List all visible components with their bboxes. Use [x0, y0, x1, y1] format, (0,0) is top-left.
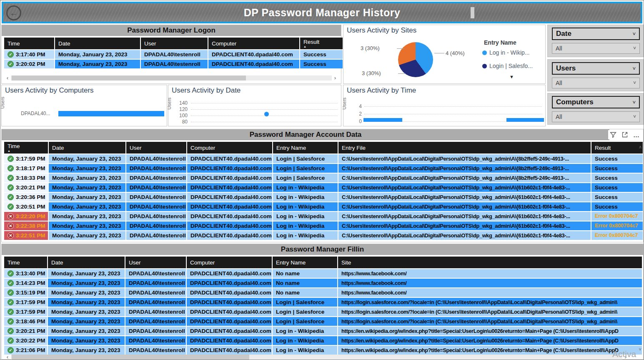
fillin-row[interactable]: ✓3:20:22 PMMonday, January 23, 2023DPADA…: [4, 336, 643, 345]
account-row[interactable]: ✓3:17:59 PMMonday, January 23, 2023DPADA…: [4, 154, 643, 163]
time-value: 3:20:36 PM: [16, 193, 45, 201]
date-cell: Monday, January 23, 2023: [48, 269, 125, 278]
time-cell: ✓3:17:40 PM: [4, 50, 54, 59]
result-cell: Success: [591, 183, 643, 192]
ytick: 2: [351, 111, 362, 117]
logon-scroll-thumb[interactable]: [12, 76, 246, 81]
scroll-left-icon[interactable]: ‹: [4, 354, 11, 360]
logon-col-result[interactable]: Result▲: [300, 38, 343, 49]
more-options-icon[interactable]: …: [632, 131, 641, 139]
slicer-users: Users ˅ All ˅: [547, 59, 644, 91]
fillin-hscrollbar[interactable]: ‹ ›: [4, 354, 629, 360]
scroll-down-icon[interactable]: ˅: [639, 347, 641, 352]
legend-label: Log in - Wikip...: [489, 49, 529, 56]
account-row[interactable]: ✕3:22:38 PMMonday, January 23, 2023DPADA…: [4, 222, 643, 230]
fillin-row[interactable]: ✓3:15:19 PMMonday, January 23, 2023DPADA…: [4, 288, 643, 297]
time-chart-title: Users Activity by Time: [347, 86, 416, 95]
slicer-computers-dropdown[interactable]: All ˅: [552, 111, 640, 122]
legend-item-salesforce[interactable]: Login | Salesfo...: [482, 63, 533, 69]
logon-table: TimeDateUserComputerResult▲ ✓3:17:40 PMM…: [2, 36, 341, 68]
fillin-row[interactable]: ✓3:14:23 PMMonday, January 23, 2023DPADA…: [4, 279, 643, 287]
fillin-row[interactable]: ✓3:13:40 PMMonday, January 23, 2023DPADA…: [4, 269, 643, 278]
account-col-date[interactable]: Date: [49, 142, 125, 154]
ytick: 0: [351, 118, 362, 124]
logon-scroll-track[interactable]: [11, 76, 332, 81]
legend-item-wikipedia[interactable]: Log in - Wikip...: [482, 49, 529, 56]
time-bar-right[interactable]: [506, 118, 544, 122]
account-row[interactable]: ✕3:22:51 PMMonday, January 23, 2023DPADA…: [4, 231, 643, 240]
logon-hscrollbar[interactable]: ‹ ›: [4, 75, 338, 81]
user-cell: DPADAL40\testenroll: [126, 154, 186, 163]
account-col-result[interactable]: Result: [591, 142, 643, 154]
fillin-col-site[interactable]: Site: [338, 257, 642, 268]
logon-col-computer[interactable]: Computer: [208, 38, 299, 49]
logon-col-date[interactable]: Date: [55, 38, 140, 49]
date-yaxis-label: Users: [167, 97, 172, 109]
slicer-date-dropdown[interactable]: All ˅: [552, 43, 640, 54]
logon-row[interactable]: ✓3:20:02 PMMonday, January 23, 2023DPADA…: [4, 60, 341, 68]
account-row[interactable]: ✓3:20:21 PMMonday, January 23, 2023DPADA…: [4, 183, 643, 192]
result-cell: Error 0x800704c7: [591, 212, 643, 221]
scroll-right-icon[interactable]: ›: [332, 75, 338, 81]
slicer-date-header[interactable]: Date ˅: [552, 28, 640, 40]
account-col-user[interactable]: User: [126, 142, 186, 154]
slicer-users-dropdown[interactable]: All ˅: [552, 78, 640, 88]
time-value: 3:21:06 PM: [16, 346, 45, 354]
fillin-row[interactable]: ✓3:21:06 PMMonday, January 23, 2023DPADA…: [4, 346, 643, 355]
slicer-users-header[interactable]: Users ˅: [552, 62, 640, 75]
fillin-col-computer[interactable]: Computer: [187, 257, 272, 268]
fillin-col-time[interactable]: Time: [4, 257, 47, 268]
computer-cell: DPADCLIENT40.dpadal40.com: [187, 317, 272, 326]
logon-col-user[interactable]: User: [141, 38, 208, 49]
date-cell: Monday, January 23, 2023: [49, 231, 125, 240]
entry-name-cell: Login | Salesforce: [273, 164, 338, 173]
fillin-row[interactable]: ✓3:18:46 PMMonday, January 23, 2023DPADA…: [4, 317, 643, 326]
fillin-col-user[interactable]: User: [125, 257, 186, 268]
time-bar-left[interactable]: [363, 118, 402, 122]
entry-name-cell: Log in - Wikipedia: [273, 231, 338, 240]
filter-icon[interactable]: [609, 131, 617, 139]
logon-header-row: TimeDateUserComputerResult▲: [4, 38, 341, 49]
account-row[interactable]: ✓3:18:17 PMMonday, January 23, 2023DPADA…: [4, 164, 643, 173]
logon-col-time[interactable]: Time: [4, 38, 54, 49]
account-col-entry-file[interactable]: Entry File: [338, 142, 591, 154]
fillin-row[interactable]: ✓3:17:59 PMMonday, January 23, 2023DPADA…: [4, 298, 643, 307]
account-row[interactable]: ✓3:20:51 PMMonday, January 23, 2023DPADA…: [4, 202, 643, 211]
entry-name-cell: Log in - Wikipedia: [273, 336, 337, 345]
date-cell: Monday, January 23, 2023: [49, 164, 125, 173]
logon-title: Password Manager Logon: [2, 25, 341, 36]
success-icon: ✓: [8, 280, 14, 286]
account-col-entry-name[interactable]: Entry Name: [273, 142, 338, 154]
date-cell: Monday, January 23, 2023: [48, 336, 125, 345]
fillin-col-entry-name[interactable]: Entry Name: [273, 257, 337, 268]
pie-chart[interactable]: [398, 42, 433, 77]
fillin-scroll-track[interactable]: [11, 355, 622, 360]
fillin-title: Password Manager Fillin: [2, 244, 643, 255]
fillin-scroll-thumb[interactable]: [12, 355, 249, 360]
chevron-down-icon: ˅: [632, 31, 636, 37]
result-cell: Success: [300, 60, 343, 68]
entry-name-cell: Login | Salesforce: [273, 317, 337, 326]
entry-name-cell: Log in - Wikipedia: [273, 212, 338, 221]
account-row[interactable]: ✕3:22:20 PMMonday, January 23, 2023DPADA…: [4, 212, 643, 221]
fillin-row[interactable]: ✓3:17:59 PMMonday, January 23, 2023DPADA…: [4, 307, 643, 316]
slicer-computers-header[interactable]: Computers ˅: [552, 96, 640, 108]
legend-expand-icon[interactable]: ▼: [509, 74, 514, 79]
fillin-col-date[interactable]: Date: [48, 257, 125, 268]
time-value: 3:15:19 PM: [16, 289, 45, 297]
computers-bar[interactable]: [58, 111, 164, 116]
account-row[interactable]: ✓3:20:36 PMMonday, January 23, 2023DPADA…: [4, 193, 643, 201]
scroll-left-icon[interactable]: ‹: [4, 75, 11, 81]
account-col-computer[interactable]: Computer: [187, 142, 272, 154]
time-cell: ✓3:17:59 PM: [4, 154, 48, 163]
focus-mode-icon[interactable]: [621, 131, 629, 139]
logon-row[interactable]: ✓3:17:40 PMMonday, January 23, 2023DPADA…: [4, 50, 341, 59]
scroll-up-icon[interactable]: ∧: [639, 144, 642, 150]
date-cell: Monday, January 23, 2023: [49, 183, 125, 192]
fillin-row[interactable]: ✓3:20:21 PMMonday, January 23, 2023DPADA…: [4, 327, 643, 335]
sort-asc-icon: ▲: [8, 149, 45, 153]
account-col-time[interactable]: Time▲: [4, 142, 48, 154]
user-cell: DPADAL40\testenroll: [125, 269, 186, 278]
date-data-point[interactable]: [264, 112, 269, 116]
account-row[interactable]: ✓3:18:33 PMMonday, January 23, 2023DPADA…: [4, 174, 643, 182]
